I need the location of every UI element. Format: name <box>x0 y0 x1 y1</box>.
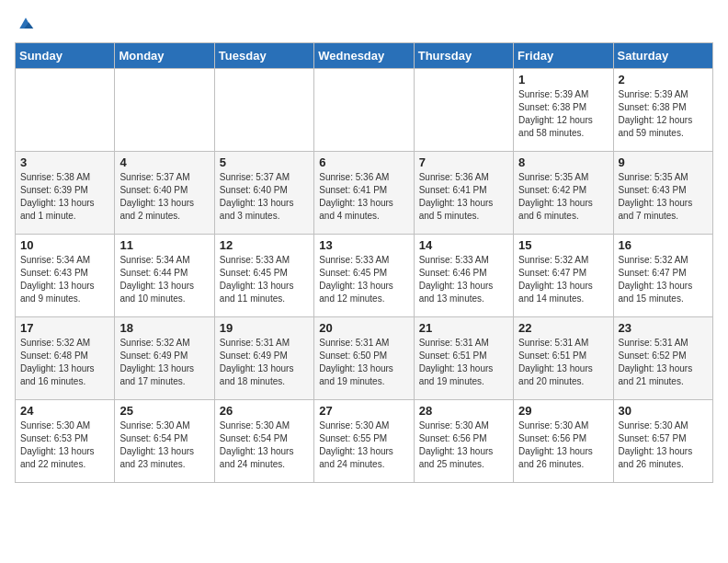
day-info: Sunrise: 5:31 AM Sunset: 6:50 PM Dayligh… <box>319 337 408 388</box>
day-number: 16 <box>619 238 708 252</box>
day-info: Sunrise: 5:31 AM Sunset: 6:52 PM Dayligh… <box>619 337 708 388</box>
header-cell-monday: Monday <box>115 43 214 69</box>
calendar-body: 1Sunrise: 5:39 AM Sunset: 6:38 PM Daylig… <box>16 69 713 483</box>
day-number: 1 <box>518 73 608 86</box>
day-number: 6 <box>319 155 408 169</box>
day-number: 10 <box>20 238 109 252</box>
day-cell: 30Sunrise: 5:30 AM Sunset: 6:57 PM Dayli… <box>613 400 712 483</box>
day-cell: 27Sunrise: 5:30 AM Sunset: 6:55 PM Dayli… <box>314 400 414 483</box>
day-info: Sunrise: 5:36 AM Sunset: 6:41 PM Dayligh… <box>419 171 508 223</box>
day-cell: 7Sunrise: 5:36 AM Sunset: 6:41 PM Daylig… <box>414 152 513 235</box>
day-cell <box>414 69 513 152</box>
day-info: Sunrise: 5:30 AM Sunset: 6:54 PM Dayligh… <box>119 419 209 471</box>
week-row-3: 10Sunrise: 5:34 AM Sunset: 6:43 PM Dayli… <box>16 235 713 317</box>
week-row-5: 24Sunrise: 5:30 AM Sunset: 6:53 PM Dayli… <box>16 400 713 483</box>
day-number: 7 <box>419 155 508 169</box>
day-info: Sunrise: 5:32 AM Sunset: 6:49 PM Dayligh… <box>119 337 209 388</box>
day-number: 29 <box>518 404 608 418</box>
day-number: 3 <box>20 155 109 169</box>
day-number: 20 <box>319 321 408 335</box>
day-cell: 6Sunrise: 5:36 AM Sunset: 6:41 PM Daylig… <box>314 152 414 235</box>
day-info: Sunrise: 5:34 AM Sunset: 6:43 PM Dayligh… <box>20 254 109 305</box>
day-number: 11 <box>119 238 209 252</box>
day-cell <box>16 69 115 152</box>
day-info: Sunrise: 5:30 AM Sunset: 6:56 PM Dayligh… <box>518 419 608 471</box>
day-number: 24 <box>20 404 109 418</box>
day-number: 17 <box>20 321 109 335</box>
day-info: Sunrise: 5:33 AM Sunset: 6:46 PM Dayligh… <box>419 254 508 305</box>
day-cell: 24Sunrise: 5:30 AM Sunset: 6:53 PM Dayli… <box>16 400 115 483</box>
day-info: Sunrise: 5:37 AM Sunset: 6:40 PM Dayligh… <box>220 171 309 223</box>
day-number: 25 <box>119 404 209 418</box>
day-cell: 2Sunrise: 5:39 AM Sunset: 6:38 PM Daylig… <box>613 69 712 152</box>
day-info: Sunrise: 5:39 AM Sunset: 6:38 PM Dayligh… <box>518 88 608 140</box>
day-info: Sunrise: 5:32 AM Sunset: 6:47 PM Dayligh… <box>518 254 608 305</box>
day-number: 26 <box>220 404 309 418</box>
day-cell: 17Sunrise: 5:32 AM Sunset: 6:48 PM Dayli… <box>16 317 115 400</box>
day-number: 4 <box>119 155 209 169</box>
day-info: Sunrise: 5:35 AM Sunset: 6:42 PM Dayligh… <box>518 171 608 223</box>
day-cell: 18Sunrise: 5:32 AM Sunset: 6:49 PM Dayli… <box>115 317 214 400</box>
day-cell <box>314 69 414 152</box>
day-info: Sunrise: 5:34 AM Sunset: 6:44 PM Dayligh… <box>119 254 209 305</box>
day-number: 14 <box>419 238 508 252</box>
day-info: Sunrise: 5:32 AM Sunset: 6:47 PM Dayligh… <box>619 254 708 305</box>
day-number: 2 <box>619 73 708 86</box>
day-info: Sunrise: 5:35 AM Sunset: 6:43 PM Dayligh… <box>619 171 708 223</box>
day-number: 18 <box>119 321 209 335</box>
header-cell-tuesday: Tuesday <box>214 43 313 69</box>
day-cell: 1Sunrise: 5:39 AM Sunset: 6:38 PM Daylig… <box>514 69 613 152</box>
day-cell: 22Sunrise: 5:31 AM Sunset: 6:51 PM Dayli… <box>514 317 613 400</box>
day-cell: 5Sunrise: 5:37 AM Sunset: 6:40 PM Daylig… <box>214 152 313 235</box>
day-info: Sunrise: 5:31 AM Sunset: 6:49 PM Dayligh… <box>220 337 309 388</box>
day-cell: 9Sunrise: 5:35 AM Sunset: 6:43 PM Daylig… <box>613 152 712 235</box>
day-info: Sunrise: 5:36 AM Sunset: 6:41 PM Dayligh… <box>319 171 408 223</box>
day-cell: 12Sunrise: 5:33 AM Sunset: 6:45 PM Dayli… <box>214 235 313 317</box>
day-cell: 26Sunrise: 5:30 AM Sunset: 6:54 PM Dayli… <box>214 400 313 483</box>
day-cell: 14Sunrise: 5:33 AM Sunset: 6:46 PM Dayli… <box>414 235 513 317</box>
day-cell <box>115 69 214 152</box>
day-cell: 28Sunrise: 5:30 AM Sunset: 6:56 PM Dayli… <box>414 400 513 483</box>
day-cell: 19Sunrise: 5:31 AM Sunset: 6:49 PM Dayli… <box>214 317 313 400</box>
day-number: 8 <box>518 155 608 169</box>
header-cell-friday: Friday <box>514 43 613 69</box>
day-number: 21 <box>419 321 508 335</box>
day-cell: 8Sunrise: 5:35 AM Sunset: 6:42 PM Daylig… <box>514 152 613 235</box>
header-cell-wednesday: Wednesday <box>314 43 414 69</box>
day-number: 15 <box>518 238 608 252</box>
day-cell: 10Sunrise: 5:34 AM Sunset: 6:43 PM Dayli… <box>16 235 115 317</box>
day-cell: 4Sunrise: 5:37 AM Sunset: 6:40 PM Daylig… <box>115 152 214 235</box>
day-cell: 11Sunrise: 5:34 AM Sunset: 6:44 PM Dayli… <box>115 235 214 317</box>
header-cell-saturday: Saturday <box>613 43 712 69</box>
header-row: SundayMondayTuesdayWednesdayThursdayFrid… <box>16 43 713 69</box>
day-number: 27 <box>319 404 408 418</box>
day-number: 12 <box>220 238 309 252</box>
day-cell: 13Sunrise: 5:33 AM Sunset: 6:45 PM Dayli… <box>314 235 414 317</box>
day-info: Sunrise: 5:30 AM Sunset: 6:57 PM Dayligh… <box>619 419 708 471</box>
day-cell: 23Sunrise: 5:31 AM Sunset: 6:52 PM Dayli… <box>613 317 712 400</box>
day-info: Sunrise: 5:33 AM Sunset: 6:45 PM Dayligh… <box>220 254 309 305</box>
day-number: 13 <box>319 238 408 252</box>
header-cell-thursday: Thursday <box>414 43 513 69</box>
day-info: Sunrise: 5:31 AM Sunset: 6:51 PM Dayligh… <box>419 337 508 388</box>
day-info: Sunrise: 5:30 AM Sunset: 6:56 PM Dayligh… <box>419 419 508 471</box>
day-info: Sunrise: 5:30 AM Sunset: 6:55 PM Dayligh… <box>319 419 408 471</box>
day-number: 19 <box>220 321 309 335</box>
week-row-2: 3Sunrise: 5:38 AM Sunset: 6:39 PM Daylig… <box>16 152 713 235</box>
day-number: 5 <box>220 155 309 169</box>
week-row-1: 1Sunrise: 5:39 AM Sunset: 6:38 PM Daylig… <box>16 69 713 152</box>
week-row-4: 17Sunrise: 5:32 AM Sunset: 6:48 PM Dayli… <box>16 317 713 400</box>
day-info: Sunrise: 5:32 AM Sunset: 6:48 PM Dayligh… <box>20 337 109 388</box>
logo <box>15 15 35 33</box>
day-cell: 16Sunrise: 5:32 AM Sunset: 6:47 PM Dayli… <box>613 235 712 317</box>
day-number: 22 <box>518 321 608 335</box>
day-cell: 20Sunrise: 5:31 AM Sunset: 6:50 PM Dayli… <box>314 317 414 400</box>
day-info: Sunrise: 5:39 AM Sunset: 6:38 PM Dayligh… <box>619 88 708 140</box>
day-info: Sunrise: 5:33 AM Sunset: 6:45 PM Dayligh… <box>319 254 408 305</box>
day-number: 28 <box>419 404 508 418</box>
header-cell-sunday: Sunday <box>16 43 115 69</box>
day-info: Sunrise: 5:30 AM Sunset: 6:53 PM Dayligh… <box>20 419 109 471</box>
logo-icon <box>17 15 35 33</box>
day-info: Sunrise: 5:31 AM Sunset: 6:51 PM Dayligh… <box>518 337 608 388</box>
day-cell: 3Sunrise: 5:38 AM Sunset: 6:39 PM Daylig… <box>16 152 115 235</box>
